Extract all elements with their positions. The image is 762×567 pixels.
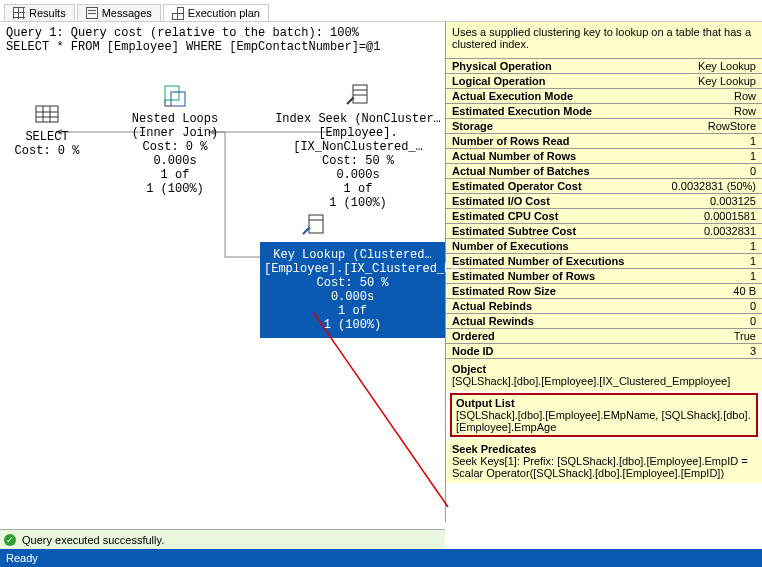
prop-value: 1 bbox=[750, 240, 756, 252]
prop-key: Physical Operation bbox=[452, 60, 552, 72]
properties-list: Physical OperationKey LookupLogical Oper… bbox=[446, 59, 762, 359]
prop-row: Estimated Number of Executions1 bbox=[446, 254, 762, 269]
plan-node-key-lookup[interactable]: Key Lookup (Clustered… [Employee].[IX_Cl… bbox=[260, 242, 445, 338]
node-nested-cost: Cost: 0 % bbox=[120, 140, 230, 154]
prop-row: Node ID3 bbox=[446, 344, 762, 359]
prop-row: Estimated Number of Rows1 bbox=[446, 269, 762, 284]
prop-row: Actual Rewinds0 bbox=[446, 314, 762, 329]
index-seek-icon bbox=[344, 82, 372, 110]
tab-execution-plan[interactable]: Execution plan bbox=[163, 4, 269, 21]
prop-row: Number of Executions1 bbox=[446, 239, 762, 254]
grid-icon bbox=[13, 7, 25, 19]
tab-results-label: Results bbox=[29, 7, 66, 19]
prop-value: Key Lookup bbox=[698, 75, 756, 87]
prop-row: Physical OperationKey Lookup bbox=[446, 59, 762, 74]
node-seek-rows1: 1 of bbox=[268, 182, 448, 196]
prop-row: Estimated Subtree Cost0.0032831 bbox=[446, 224, 762, 239]
table-icon bbox=[33, 100, 61, 128]
prop-value: 0 bbox=[750, 315, 756, 327]
query-cost-header: Query 1: Query cost (relative to the bat… bbox=[6, 26, 439, 40]
prop-key: Node ID bbox=[452, 345, 494, 357]
prop-row: Actual Number of Batches0 bbox=[446, 164, 762, 179]
seek-predicates-section: Seek Predicates Seek Keys[1]: Prefix: [S… bbox=[446, 439, 762, 483]
object-section: Object [SQLShack].[dbo].[Employee].[IX_C… bbox=[446, 359, 762, 391]
key-lookup-icon-wrap bbox=[300, 212, 328, 242]
prop-value: 0.0032831 bbox=[704, 225, 756, 237]
prop-key: Logical Operation bbox=[452, 75, 546, 87]
prop-key: Estimated Number of Rows bbox=[452, 270, 595, 282]
prop-row: Estimated CPU Cost0.0001581 bbox=[446, 209, 762, 224]
node-select-cost: Cost: 0 % bbox=[12, 144, 82, 158]
tab-plan-label: Execution plan bbox=[188, 7, 260, 19]
prop-key: Ordered bbox=[452, 330, 495, 342]
key-lookup-icon bbox=[300, 212, 328, 240]
prop-row: OrderedTrue bbox=[446, 329, 762, 344]
prop-key: Estimated Operator Cost bbox=[452, 180, 582, 192]
node-seek-sub: [Employee].[IX_NonClustered_… bbox=[268, 126, 448, 154]
prop-value: Key Lookup bbox=[698, 60, 756, 72]
prop-value: 0.0001581 bbox=[704, 210, 756, 222]
output-value: [SQLShack].[dbo].[Employee].EMpName, [SQ… bbox=[456, 409, 752, 433]
plan-node-nested-loops[interactable]: Nested Loops (Inner Join) Cost: 0 % 0.00… bbox=[120, 82, 230, 196]
node-nested-rows2: 1 (100%) bbox=[120, 182, 230, 196]
svg-rect-9 bbox=[165, 86, 179, 100]
prop-key: Estimated Row Size bbox=[452, 285, 556, 297]
output-header: Output List bbox=[456, 397, 752, 409]
node-select-title: SELECT bbox=[12, 130, 82, 144]
prop-key: Estimated Number of Executions bbox=[452, 255, 624, 267]
ready-bar: Ready bbox=[0, 549, 762, 567]
prop-row: Logical OperationKey Lookup bbox=[446, 74, 762, 89]
prop-key: Actual Number of Rows bbox=[452, 150, 576, 162]
node-seek-rows2: 1 (100%) bbox=[268, 196, 448, 210]
prop-row: Actual Rebinds0 bbox=[446, 299, 762, 314]
svg-rect-4 bbox=[36, 106, 58, 122]
prop-row: Actual Number of Rows1 bbox=[446, 149, 762, 164]
node-lookup-time: 0.000s bbox=[264, 290, 441, 304]
prop-value: 1 bbox=[750, 135, 756, 147]
execution-plan-canvas[interactable]: Query 1: Query cost (relative to the bat… bbox=[0, 22, 445, 522]
plan-node-index-seek[interactable]: Index Seek (NonCluster… [Employee].[IX_N… bbox=[268, 82, 448, 210]
prop-key: Actual Rebinds bbox=[452, 300, 532, 312]
node-nested-sub: (Inner Join) bbox=[120, 126, 230, 140]
prop-row: StorageRowStore bbox=[446, 119, 762, 134]
messages-icon bbox=[86, 7, 98, 19]
prop-key: Estimated Subtree Cost bbox=[452, 225, 576, 237]
prop-value: Row bbox=[734, 105, 756, 117]
node-nested-rows1: 1 of bbox=[120, 168, 230, 182]
node-nested-title: Nested Loops bbox=[120, 112, 230, 126]
success-icon: ✓ bbox=[4, 534, 16, 546]
prop-value: 0 bbox=[750, 165, 756, 177]
seekp-header: Seek Predicates bbox=[452, 443, 756, 455]
prop-row: Actual Execution ModeRow bbox=[446, 89, 762, 104]
properties-panel[interactable]: Uses a supplied clustering key to lookup… bbox=[445, 22, 762, 522]
prop-value: 0 bbox=[750, 300, 756, 312]
tab-messages-label: Messages bbox=[102, 7, 152, 19]
prop-key: Number of Executions bbox=[452, 240, 569, 252]
seekp-value: Seek Keys[1]: Prefix: [SQLShack].[dbo].[… bbox=[452, 455, 756, 479]
prop-key: Storage bbox=[452, 120, 493, 132]
node-lookup-title: Key Lookup (Clustered… bbox=[264, 248, 441, 262]
tab-messages[interactable]: Messages bbox=[77, 4, 161, 21]
prop-value: 1 bbox=[750, 150, 756, 162]
node-seek-time: 0.000s bbox=[268, 168, 448, 182]
plan-node-select[interactable]: SELECT Cost: 0 % bbox=[12, 100, 82, 158]
query-sql-header: SELECT * FROM [Employee] WHERE [EmpConta… bbox=[6, 40, 439, 54]
prop-key: Number of Rows Read bbox=[452, 135, 569, 147]
result-tabs: Results Messages Execution plan bbox=[0, 0, 762, 22]
node-lookup-sub: [Employee].[IX_Clustered_Em… bbox=[264, 262, 441, 276]
prop-row: Estimated Execution ModeRow bbox=[446, 104, 762, 119]
node-seek-title: Index Seek (NonCluster… bbox=[268, 112, 448, 126]
prop-value: 1 bbox=[750, 255, 756, 267]
prop-value: Row bbox=[734, 90, 756, 102]
prop-key: Actual Number of Batches bbox=[452, 165, 590, 177]
node-seek-cost: Cost: 50 % bbox=[268, 154, 448, 168]
object-value: [SQLShack].[dbo].[Employee].[IX_Clustere… bbox=[452, 375, 756, 387]
svg-rect-11 bbox=[353, 85, 367, 103]
prop-value: 0.0032831 (50%) bbox=[672, 180, 756, 192]
prop-row: Estimated I/O Cost0.003125 bbox=[446, 194, 762, 209]
tab-results[interactable]: Results bbox=[4, 4, 75, 21]
prop-key: Estimated I/O Cost bbox=[452, 195, 550, 207]
object-header: Object bbox=[452, 363, 756, 375]
node-lookup-cost: Cost: 50 % bbox=[264, 276, 441, 290]
prop-value: True bbox=[734, 330, 756, 342]
